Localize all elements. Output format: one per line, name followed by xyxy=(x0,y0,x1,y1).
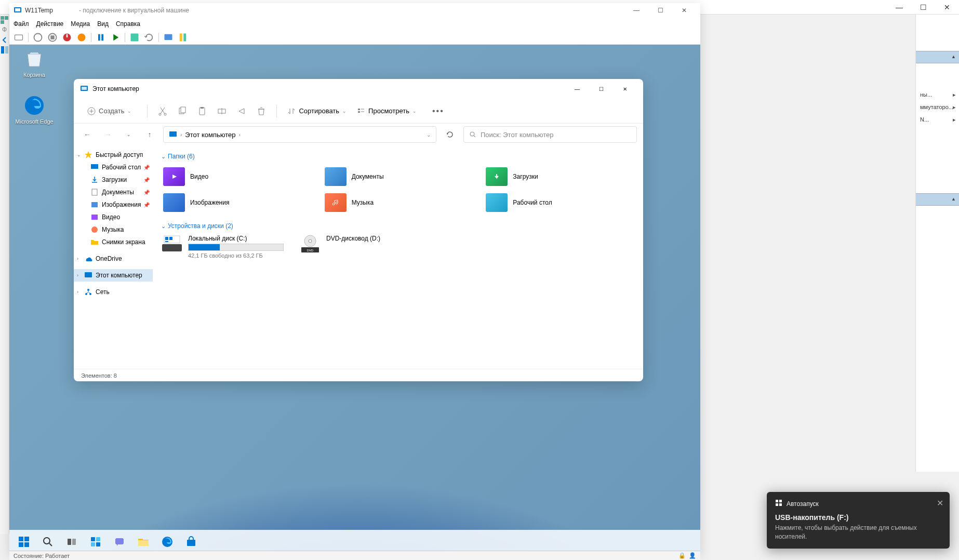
ctrl-alt-del-button[interactable] xyxy=(14,32,24,43)
save-button[interactable] xyxy=(76,32,87,43)
left-edge-icon-2[interactable]: Ф xyxy=(1,26,9,34)
host-maximize-button[interactable]: ☐ xyxy=(911,0,935,15)
copy-icon[interactable] xyxy=(178,106,187,116)
hyperv-titlebar: W11Temp - подключение к виртуальной маши… xyxy=(9,3,700,18)
sidebar-quick-access[interactable]: ⌄ Быстрый доступ xyxy=(74,149,153,161)
folder-downloads[interactable]: Загрузки xyxy=(484,165,635,188)
sidebar-item-desktop[interactable]: Рабочий стол📌 xyxy=(74,161,153,174)
sidebar-item-music[interactable]: Музыка xyxy=(74,223,153,236)
sidebar-network[interactable]: › Сеть xyxy=(74,286,153,298)
sidebar-item-pictures[interactable]: Изображения📌 xyxy=(74,198,153,211)
explorer-title: Этот компьютер xyxy=(92,85,139,92)
menu-help[interactable]: Справка xyxy=(116,20,140,28)
svg-rect-2 xyxy=(1,20,4,24)
hyperv-icon xyxy=(14,6,22,15)
hyperv-window-controls: — ☐ ✕ xyxy=(624,3,696,18)
search-button[interactable] xyxy=(37,531,58,552)
search-field[interactable]: Поиск: Этот компьютер xyxy=(463,126,637,143)
sidebar-item-videos[interactable]: Видео xyxy=(74,211,153,223)
hyperv-close-button[interactable]: ✕ xyxy=(672,3,696,18)
share-button[interactable] xyxy=(178,32,188,43)
task-view-button[interactable] xyxy=(61,531,82,552)
stop-button[interactable] xyxy=(47,32,58,43)
drive-c[interactable]: Локальный диск (C:) 42,1 ГБ свободно из … xyxy=(161,235,284,259)
start-button[interactable] xyxy=(33,32,43,43)
recent-button[interactable]: ⌄ xyxy=(122,127,136,142)
new-button[interactable]: Создать ⌄ xyxy=(82,104,137,118)
desktop-icon-edge[interactable]: Microsoft Edge xyxy=(15,95,54,125)
folder-music[interactable]: Музыка xyxy=(323,191,474,214)
sidebar-this-pc[interactable]: › Этот компьютер xyxy=(74,269,153,282)
chevron-down-icon[interactable]: ⌄ xyxy=(427,132,431,138)
chat-button[interactable] xyxy=(109,531,130,552)
host-close-button[interactable]: ✕ xyxy=(935,0,959,15)
forward-button[interactable]: → xyxy=(101,127,115,142)
breadcrumb-segment[interactable]: Этот компьютер xyxy=(185,131,235,139)
view-button[interactable]: Просмотреть ⌄ xyxy=(357,107,417,115)
back-button[interactable]: ← xyxy=(80,127,95,142)
sidebar-item-downloads[interactable]: Загрузки📌 xyxy=(74,174,153,186)
explorer-close-button[interactable]: ✕ xyxy=(613,81,637,97)
right-panel-item-1[interactable]: ны... xyxy=(916,88,959,101)
music-folder-icon xyxy=(325,193,347,212)
menu-view[interactable]: Вид xyxy=(97,20,109,28)
rename-icon[interactable] xyxy=(217,106,227,116)
menu-action[interactable]: Действие xyxy=(36,20,64,28)
folder-documents[interactable]: Документы xyxy=(323,165,474,188)
menu-file[interactable]: Файл xyxy=(14,20,29,28)
edge-taskbar-button[interactable] xyxy=(157,531,178,552)
hyperv-minimize-button[interactable]: — xyxy=(624,3,648,18)
sidebar-item-documents[interactable]: Документы📌 xyxy=(74,186,153,198)
left-edge-back-icon[interactable] xyxy=(1,36,9,44)
checkpoint-button[interactable] xyxy=(129,32,140,43)
folder-desktop[interactable]: Рабочий стол xyxy=(484,191,635,214)
start-button[interactable] xyxy=(14,531,34,552)
search-placeholder: Поиск: Этот компьютер xyxy=(481,131,553,139)
cut-icon[interactable] xyxy=(158,106,167,116)
downloads-icon xyxy=(90,176,99,184)
toast-app-name: Автозапуск xyxy=(787,500,819,508)
chevron-right-icon: › xyxy=(77,289,78,295)
folder-videos[interactable]: Видео xyxy=(161,165,312,188)
folders-group-header[interactable]: Папки (6) xyxy=(161,153,635,160)
delete-icon[interactable] xyxy=(257,106,266,116)
sidebar-onedrive[interactable]: › OneDrive xyxy=(74,252,153,265)
refresh-button[interactable] xyxy=(443,127,457,142)
right-panel-band-2[interactable] xyxy=(916,193,959,206)
explorer-taskbar-button[interactable] xyxy=(133,531,154,552)
shutdown-button[interactable] xyxy=(62,32,72,43)
hyperv-maximize-button[interactable]: ☐ xyxy=(648,3,672,18)
explorer-minimize-button[interactable]: — xyxy=(565,81,589,97)
folder-pictures[interactable]: Изображения xyxy=(161,191,312,214)
store-taskbar-button[interactable] xyxy=(181,531,202,552)
up-button[interactable]: ↑ xyxy=(142,127,157,142)
address-field[interactable]: › Этот компьютер › ⌄ xyxy=(163,126,436,143)
sidebar-item-screenshots[interactable]: Снимки экрана xyxy=(74,236,153,248)
svg-rect-19 xyxy=(183,33,186,41)
drives-group-header[interactable]: Устройства и диски (2) xyxy=(161,222,635,230)
left-edge-icon-1[interactable] xyxy=(1,16,9,24)
desktop-icon-recycle-bin[interactable]: Корзина xyxy=(15,48,54,78)
explorer-maximize-button[interactable]: ☐ xyxy=(589,81,613,97)
toast-close-button[interactable]: ✕ xyxy=(937,498,943,508)
widgets-button[interactable] xyxy=(85,531,106,552)
autoplay-toast[interactable]: Автозапуск ✕ USB-накопитель (F:) Нажмите… xyxy=(767,492,950,549)
left-edge-icon-3[interactable] xyxy=(1,46,9,54)
enhanced-session-button[interactable] xyxy=(163,32,174,43)
more-button[interactable]: ••• xyxy=(432,106,444,116)
explorer-main[interactable]: Папки (6) Видео Документы Загрузки Изобр… xyxy=(153,145,643,369)
share-icon[interactable] xyxy=(237,106,246,116)
paste-icon[interactable] xyxy=(197,106,207,116)
drive-dvd[interactable]: DVD DVD-дисковод (D:) xyxy=(299,235,380,259)
right-panel-item-2[interactable]: ммутаторо... xyxy=(916,101,959,113)
right-panel-item-3[interactable]: N... xyxy=(916,113,959,126)
pause-button[interactable] xyxy=(96,32,106,43)
explorer-titlebar[interactable]: Этот компьютер — ☐ ✕ xyxy=(74,79,643,99)
right-panel-band-1[interactable] xyxy=(916,51,959,63)
revert-button[interactable] xyxy=(144,32,154,43)
sort-button[interactable]: Сортировать ⌄ xyxy=(287,107,347,115)
reset-button[interactable] xyxy=(110,32,121,43)
menu-media[interactable]: Медиа xyxy=(71,20,90,28)
vm-desktop[interactable]: Корзина Microsoft Edge Этот компьютер — xyxy=(9,45,700,554)
host-minimize-button[interactable]: — xyxy=(887,0,911,15)
